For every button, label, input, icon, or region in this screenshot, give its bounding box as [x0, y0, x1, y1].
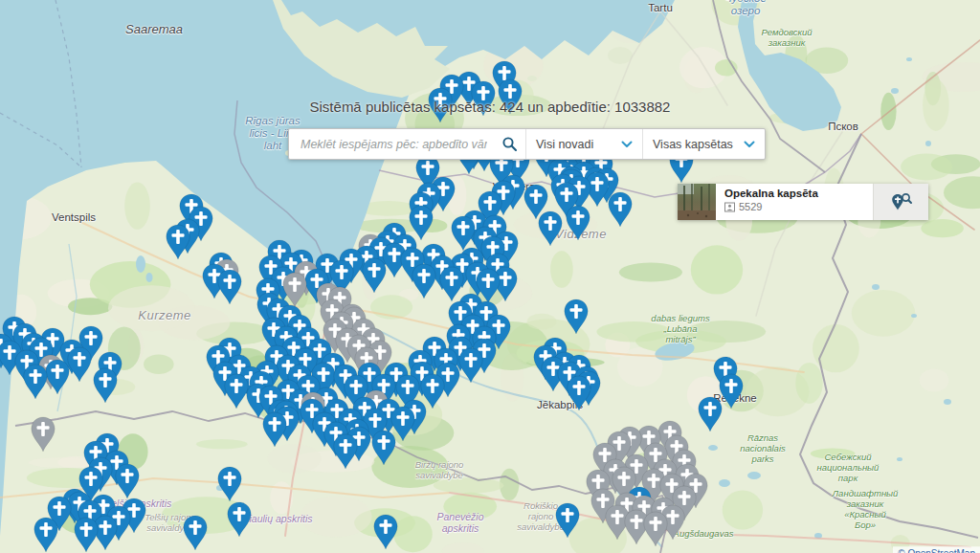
- cemetery-marker[interactable]: [334, 434, 357, 469]
- popup-title: Opekalna kapsēta: [724, 188, 865, 199]
- cemetery-marker[interactable]: [412, 264, 435, 299]
- cemetery-thumbnail[interactable]: [678, 184, 716, 220]
- markers-layer: [0, 0, 980, 553]
- cemetery-marker[interactable]: [556, 503, 579, 538]
- cemetery-marker[interactable]: [46, 360, 69, 394]
- cemetery-marker[interactable]: [184, 516, 207, 550]
- cemetery-marker[interactable]: [116, 464, 139, 498]
- cemetery-marker[interactable]: [263, 412, 286, 447]
- cemetery-marker[interactable]: [421, 374, 444, 409]
- cemetery-marker[interactable]: [699, 397, 722, 431]
- cemetery-marker[interactable]: [228, 502, 251, 537]
- locate-pin-icon: [890, 191, 913, 212]
- cemetery-marker[interactable]: [75, 518, 98, 552]
- cemetery-marker[interactable]: [218, 467, 241, 501]
- cemetery-marker[interactable]: [565, 299, 588, 334]
- cemetery-select[interactable]: Visas kapsētas: [642, 129, 765, 159]
- cemetery-marker[interactable]: [720, 374, 743, 409]
- stats-banner: Sistēmā publicētas kapsētas: 424 un apbe…: [0, 99, 980, 115]
- cemetery-marker[interactable]: [440, 267, 463, 301]
- cemetery-marker[interactable]: [609, 192, 632, 227]
- map-canvas[interactable]: SaaremaaRīgas jūraslīcis - LiivilahtЧудс…: [0, 0, 980, 553]
- burials-count: 5529: [739, 201, 762, 212]
- search-button[interactable]: [493, 129, 525, 159]
- cemetery-marker[interactable]: [452, 216, 475, 251]
- popup-info: Opekalna kapsēta 5529: [716, 184, 873, 220]
- chevron-down-icon: [621, 141, 633, 148]
- cemetery-marker[interactable]: [539, 211, 562, 246]
- cemetery-marker-inactive[interactable]: [644, 512, 667, 546]
- search-input[interactable]: [289, 129, 493, 159]
- cemetery-marker[interactable]: [372, 431, 395, 465]
- cemetery-marker[interactable]: [568, 376, 590, 410]
- cemetery-marker[interactable]: [24, 365, 47, 399]
- search-bar: Visi novadi Visas kapsētas: [288, 128, 766, 160]
- burials-icon: [724, 202, 735, 212]
- cemetery-marker[interactable]: [68, 347, 91, 382]
- cemetery-marker[interactable]: [391, 407, 414, 441]
- cemetery-marker[interactable]: [94, 368, 117, 403]
- district-select[interactable]: Visi novadi: [525, 129, 642, 159]
- cemetery-marker[interactable]: [34, 518, 57, 552]
- cemetery-marker[interactable]: [225, 374, 248, 409]
- cemetery-marker[interactable]: [374, 515, 397, 549]
- cemetery-marker-inactive[interactable]: [32, 417, 55, 452]
- cemetery-marker[interactable]: [167, 225, 189, 259]
- district-select-value: Visi novadi: [536, 138, 593, 151]
- popup-burials: 5529: [724, 201, 865, 212]
- cemetery-marker[interactable]: [567, 206, 590, 240]
- cemetery-marker[interactable]: [363, 258, 386, 293]
- cemetery-select-value: Visas kapsētas: [653, 138, 733, 151]
- cemetery-marker[interactable]: [459, 348, 482, 383]
- cemetery-popup: Opekalna kapsēta 5529: [678, 184, 928, 220]
- cemetery-marker[interactable]: [410, 206, 433, 240]
- locate-button[interactable]: [873, 184, 928, 220]
- cemetery-marker[interactable]: [218, 270, 241, 304]
- map-attribution[interactable]: © OpenStreetMap: [893, 546, 980, 553]
- search-icon: [501, 136, 518, 152]
- chevron-down-icon: [744, 141, 755, 148]
